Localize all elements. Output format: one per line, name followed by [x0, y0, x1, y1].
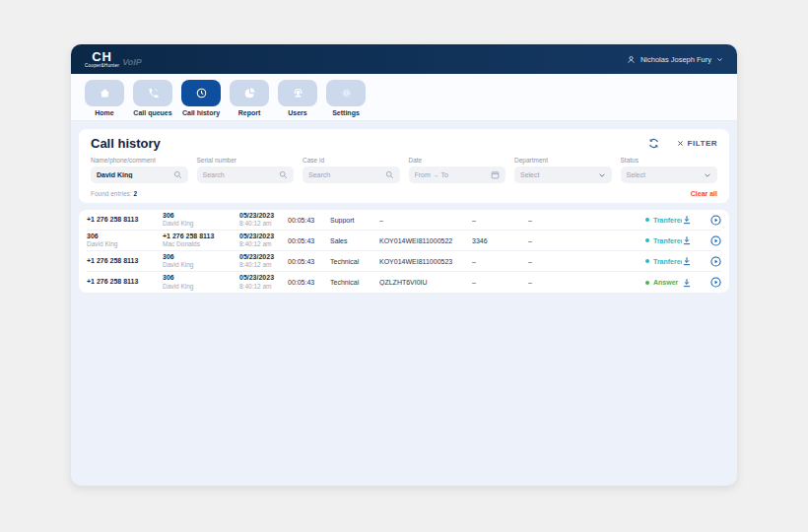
nav-item-settings[interactable]: Settings: [326, 80, 366, 120]
status-label: Tranfered: [653, 217, 682, 224]
serial-number-input[interactable]: [203, 171, 276, 178]
nav-label: Call history: [182, 109, 220, 116]
brand-logo: CH Cooper&Hunter VoIP: [85, 50, 142, 69]
results-summary-row: Found entries:2 Clear all: [91, 190, 717, 197]
date-range-input[interactable]: [415, 171, 488, 178]
status-dot: [645, 238, 649, 242]
call-history-icon: [181, 80, 221, 106]
status-dot: [645, 281, 649, 285]
status-select-value: Select: [627, 171, 701, 178]
report-icon: [230, 80, 269, 106]
logo-ch-text: CH: [92, 50, 112, 63]
name-phone-comment-input[interactable]: [97, 171, 169, 178]
field-label: Serial number: [197, 157, 295, 164]
status-badge: Tranfered: [645, 217, 682, 224]
filter-panel: Call history FILTER: [79, 129, 729, 203]
call-queues-icon: [133, 80, 172, 106]
table-row: +1 276 258 8113 306 David King 05/23/202…: [87, 272, 721, 293]
serial-cell: QZLZHT6VI0IU: [379, 279, 472, 286]
logo-product-text: VoIP: [122, 57, 142, 67]
filter-button[interactable]: FILTER: [677, 139, 717, 148]
duration-cell: 00:05:43: [288, 217, 330, 224]
status-badge: Tranfered: [645, 258, 682, 265]
serial-number-field[interactable]: [197, 166, 295, 183]
department-cell: Sales: [330, 237, 379, 244]
search-icon: [385, 170, 394, 179]
play-icon[interactable]: [710, 235, 721, 246]
nav-item-call-history[interactable]: Call history: [181, 80, 221, 120]
filter-serial-number: Serial number: [197, 157, 295, 183]
found-entries: Found entries:2: [91, 190, 137, 197]
search-icon: [173, 170, 182, 179]
case-id-cell: 3346: [472, 237, 528, 244]
case-id-cell: –: [472, 217, 528, 224]
status-dot: [645, 259, 649, 263]
case-id-input[interactable]: [308, 171, 381, 178]
refresh-button[interactable]: [648, 138, 659, 149]
status-badge: Answer: [645, 279, 682, 286]
user-name: Nicholas Joseph Fury: [640, 55, 711, 64]
download-icon[interactable]: [682, 256, 692, 266]
caller-cell: +1 276 258 8113: [87, 216, 163, 225]
serial-cell: KOY014WEI811000523: [379, 258, 472, 265]
nav-label: Home: [95, 109, 113, 116]
search-icon: [279, 170, 288, 179]
calendar-icon: [491, 170, 500, 179]
filter-button-label: FILTER: [688, 139, 717, 148]
name-phone-comment-field[interactable]: [91, 166, 188, 183]
main-nav: Home Call queues Call history: [71, 74, 737, 121]
filter-date: Date: [409, 157, 506, 183]
chevron-down-icon: [598, 171, 606, 179]
top-header: CH Cooper&Hunter VoIP Nicholas Joseph Fu…: [71, 44, 737, 74]
comment-cell: –: [528, 217, 645, 224]
logo-subtext: Cooper&Hunter: [85, 64, 119, 69]
user-menu[interactable]: Nicholas Joseph Fury: [627, 55, 723, 64]
table-row: +1 276 258 8113 306 David King 05/23/202…: [87, 251, 721, 272]
caller-cell: +1 276 258 8113: [87, 257, 163, 266]
content-area: Call history FILTER: [71, 121, 737, 486]
status-select[interactable]: Select: [621, 166, 718, 183]
download-icon[interactable]: [682, 215, 692, 225]
clear-all-button[interactable]: Clear all: [691, 190, 717, 197]
app-window: CH Cooper&Hunter VoIP Nicholas Joseph Fu…: [71, 44, 737, 486]
case-id-cell: –: [472, 279, 528, 286]
download-icon[interactable]: [682, 235, 692, 245]
call-history-table: +1 276 258 8113 306 David King 05/23/202…: [79, 210, 729, 293]
play-icon[interactable]: [710, 277, 721, 288]
case-id-field[interactable]: [303, 166, 400, 183]
nav-label: Report: [238, 109, 261, 116]
field-label: Name/phone/comment: [91, 157, 188, 164]
users-icon: [278, 80, 317, 106]
comment-cell: –: [528, 279, 645, 286]
field-label: Case id: [303, 157, 400, 164]
row-actions: [682, 235, 721, 246]
found-entries-label: Found entries:: [91, 190, 132, 197]
status-label: Tranfered: [653, 237, 682, 244]
nav-item-users[interactable]: Users: [278, 80, 317, 120]
filters-row: Name/phone/comment Serial number: [91, 157, 717, 183]
chevron-down-icon: [716, 56, 723, 63]
download-icon[interactable]: [682, 278, 692, 288]
datetime-cell: 05/23/2023 8:40:12 am: [239, 253, 288, 270]
department-select[interactable]: Select: [514, 166, 612, 183]
found-entries-count: 2: [134, 190, 138, 197]
person-icon: [627, 55, 636, 64]
nav-item-home[interactable]: Home: [85, 80, 124, 120]
callee-cell: 306 David King: [163, 212, 239, 229]
filter-name-phone-comment: Name/phone/comment: [91, 157, 188, 183]
play-icon[interactable]: [710, 256, 721, 267]
row-actions: [682, 277, 721, 288]
callee-cell: +1 276 258 8113 Mac Donalds: [163, 233, 239, 249]
row-actions: [682, 256, 721, 267]
date-range-field[interactable]: [409, 166, 506, 183]
serial-cell: KOY014WEI811000522: [379, 237, 472, 244]
close-icon: [677, 140, 684, 147]
play-icon[interactable]: [710, 215, 721, 226]
status-label: Tranfered: [653, 258, 682, 265]
nav-item-report[interactable]: Report: [230, 80, 269, 120]
field-label: Department: [514, 157, 612, 164]
department-cell: Technical: [330, 279, 379, 286]
callee-cell: 306 David King: [163, 253, 239, 270]
filter-case-id: Case id: [303, 157, 400, 183]
nav-item-call-queues[interactable]: Call queues: [133, 80, 172, 120]
